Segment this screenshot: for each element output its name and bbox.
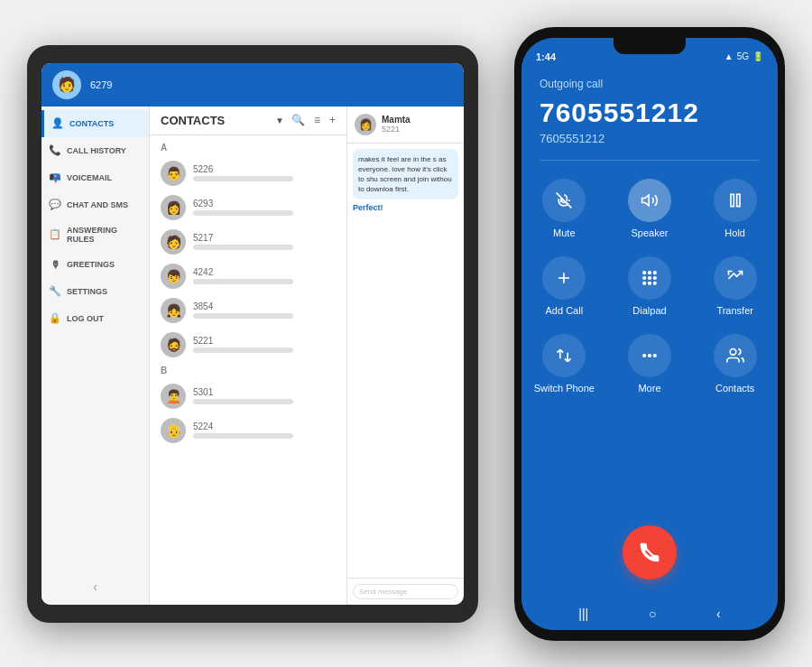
phone-number-sub: 7605551212 [521,132,778,160]
contacts-action-icons: 🔍 ≡ + [291,114,336,126]
filter-icon[interactable]: ≡ [314,114,320,126]
contact-info: 3854 [193,301,336,319]
sidebar-logout-label: LOG OUT [67,314,104,323]
search-icon[interactable]: 🔍 [291,114,305,126]
more-label: More [638,383,660,394]
chat-contact-name: Mamta [382,115,411,125]
tablet-user-avatar: 🧑 [52,70,81,99]
chat-message-text: makes it feel are in the s as everyone. … [358,155,452,194]
svg-rect-2 [731,194,734,206]
contact-info: 5301 [193,387,336,404]
contact-number: 5226 [193,164,336,174]
list-item[interactable]: 3854 [150,293,346,328]
sidebar-item-call-history[interactable]: 📞 CALL HISTORY [42,137,149,164]
transfer-label: Transfer [716,305,753,316]
chat-placeholder: Send message [359,588,407,596]
list-item[interactable]: 5221 [150,328,346,362]
phone-action-hold[interactable]: Hold [701,179,769,238]
end-call-button[interactable] [623,525,677,579]
list-item[interactable]: 5301 [150,379,346,413]
signal-icon: ▲ [724,51,734,61]
sidebar-item-logout[interactable]: 🔒 LOG OUT [42,305,149,332]
voicemail-icon: 📭 [49,171,61,184]
svg-point-9 [643,276,646,279]
sidebar-answering-label: ANSWERING RULES [67,226,142,244]
contacts-icon: 👤 [51,117,64,130]
logout-icon: 🔒 [49,312,61,325]
svg-point-16 [649,354,651,357]
answering-rules-icon: 📋 [49,228,61,241]
sidebar-item-voicemail[interactable]: 📭 VOICEMAIL [42,164,149,191]
phone-call-label: Outgoing call [521,70,778,94]
dialpad-icon [628,256,671,300]
greetings-icon: 🎙 [49,258,61,271]
chat-input[interactable]: Send message [353,584,458,599]
add-contact-icon[interactable]: + [329,114,336,126]
contact-info: 5221 [193,336,336,353]
contact-name-bar [193,245,293,250]
mute-label: Mute [553,227,575,238]
contact-number: 4242 [193,267,336,277]
contact-name-bar [193,313,293,319]
phone-action-transfer[interactable]: Transfer [701,256,769,316]
svg-point-11 [654,276,657,279]
list-item[interactable]: 5224 [150,413,346,448]
phone-action-more[interactable]: More [616,334,684,394]
phone-action-contacts[interactable]: Contacts [701,334,769,394]
speaker-label: Speaker [632,227,669,238]
phone-status-icons: ▲ 5G 🔋 [724,51,763,61]
svg-point-8 [654,271,657,273]
phone-back-icon[interactable]: ‹ [716,607,721,621]
contact-info: 6293 [193,199,336,216]
svg-point-15 [643,354,646,357]
avatar [161,418,186,443]
phone-actions: Mute Speaker [521,161,778,403]
phone-action-speaker[interactable]: Speaker [616,179,684,238]
chat-panel: Mamta 5221 makes it feel are in the s as… [346,107,464,605]
list-item[interactable]: 5217 [150,225,346,259]
tablet-body: 👤 CONTACTS 📞 CALL HISTORY 📭 VOICEMAIL 💬 … [42,107,464,605]
contact-name-bar [193,176,293,181]
sidebar-item-chat-sms[interactable]: 💬 CHAT AND SMS [42,191,149,218]
chat-header: Mamta 5221 [347,107,464,144]
list-item[interactable]: 6293 [150,190,346,225]
svg-point-18 [730,348,736,355]
sidebar-item-settings[interactable]: 🔧 SETTINGS [42,278,149,305]
svg-point-6 [643,271,646,273]
chat-contact-info: Mamta 5221 [382,115,411,134]
phone-notch [614,38,686,54]
phone: 1:44 ▲ 5G 🔋 Outgoing call 7605551212 760… [514,27,785,641]
list-item[interactable]: 4242 [150,259,346,293]
contact-name-bar [193,279,293,284]
contacts-dropdown-icon[interactable]: ▼ [275,116,284,125]
phone-action-switch-phone[interactable]: Switch Phone [531,334,598,394]
phone-number-large: 7605551212 [521,94,778,132]
phone-action-add-call[interactable]: Add Call [531,256,598,316]
chat-bubble: makes it feel are in the s as everyone. … [353,149,458,200]
svg-point-12 [643,282,646,284]
sidebar-item-answering-rules[interactable]: 📋 ANSWERING RULES [42,218,149,251]
svg-rect-3 [736,194,739,206]
phone-home-icon[interactable]: ○ [649,607,656,621]
contacts-header: CONTACTS ▼ 🔍 ≡ + [150,107,346,135]
contacts-title: CONTACTS [161,114,268,127]
contact-name-bar [193,399,293,404]
sidebar-item-greetings[interactable]: 🎙 GREETINGS [42,251,149,278]
dialpad-label: Dialpad [632,305,666,316]
sidebar-call-history-label: CALL HISTORY [67,146,126,155]
contact-number: 5221 [193,336,336,346]
sidebar-item-contacts[interactable]: 👤 CONTACTS [42,110,149,137]
phone-action-dialpad[interactable]: Dialpad [616,256,684,316]
contact-number: 5301 [193,387,336,397]
sidebar-collapse-button[interactable]: ‹ [42,569,149,605]
network-label: 5G [737,51,749,61]
phone-action-mute[interactable]: Mute [531,179,598,238]
tablet-screen: 🧑 6279 👤 CONTACTS 📞 CALL HISTORY 📭 [42,63,464,605]
list-item[interactable]: 5226 [150,156,346,190]
avatar [161,264,186,289]
phone-nav-recent-icon[interactable]: ||| [578,607,588,621]
tablet: 🧑 6279 👤 CONTACTS 📞 CALL HISTORY 📭 [27,45,478,623]
contact-info: 5226 [193,164,336,181]
chat-reply-label: Perfect! [353,203,458,212]
sidebar-voicemail-label: VOICEMAIL [67,173,112,182]
